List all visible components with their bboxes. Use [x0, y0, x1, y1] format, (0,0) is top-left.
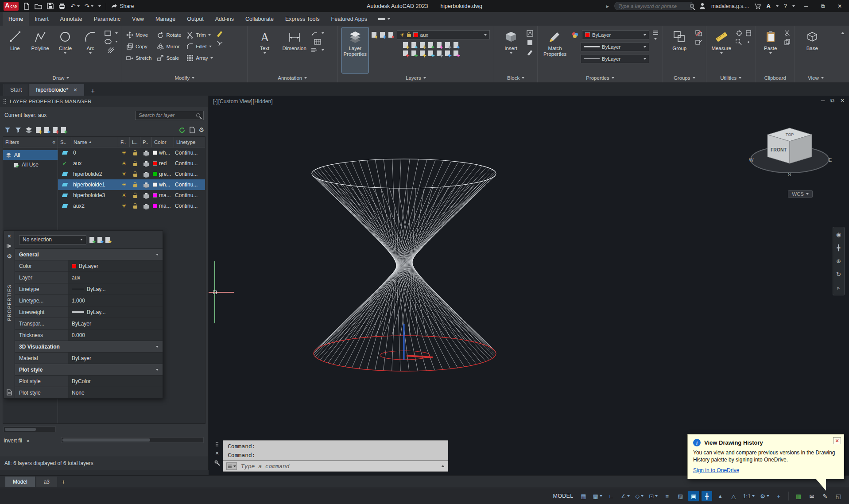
layer-linetype[interactable]: Continu...: [174, 182, 202, 188]
point-style-button[interactable]: [745, 39, 752, 45]
viewport-minimize-icon[interactable]: ─: [821, 97, 825, 104]
layer-properties-button[interactable]: Layer Properties: [342, 27, 368, 73]
recent-commands-button[interactable]: [226, 462, 237, 470]
array-button[interactable]: Array: [186, 52, 213, 63]
layer-vp-freeze-icon[interactable]: [445, 50, 450, 56]
transparency-button[interactable]: ▨: [675, 491, 686, 501]
tab-insert[interactable]: Insert: [29, 12, 54, 26]
viewport-close-icon[interactable]: ✕: [840, 97, 845, 104]
panel-label-clipboard[interactable]: Clipboard: [756, 73, 795, 82]
property-row[interactable]: Layeraux: [15, 271, 163, 283]
tab-view[interactable]: View: [126, 12, 150, 26]
lock-icon[interactable]: [133, 205, 137, 209]
open-button[interactable]: [35, 3, 42, 9]
color-swatch[interactable]: [153, 172, 157, 176]
column-linetype[interactable]: Linetype: [174, 137, 202, 147]
color-swatch[interactable]: [153, 182, 157, 187]
model-tab[interactable]: Model: [5, 477, 35, 487]
section-3d-visualization[interactable]: 3D Visualization: [15, 341, 163, 352]
drawing-history-button[interactable]: ✎: [820, 491, 830, 501]
annotation-scale-button[interactable]: 1:1: [741, 491, 756, 501]
user-name[interactable]: madalena.g.s....: [711, 3, 749, 9]
set-current-layer-button[interactable]: [61, 127, 66, 133]
notification-close-button[interactable]: ✕: [833, 437, 841, 444]
fillet-button[interactable]: Fillet: [186, 41, 213, 52]
scale-button[interactable]: Scale: [157, 52, 181, 63]
array-dropdown-icon[interactable]: [210, 57, 213, 59]
viewport-visual-style-control[interactable]: [Hidden]: [253, 98, 273, 105]
insert-button[interactable]: Insert: [498, 27, 523, 73]
color-swatch[interactable]: [153, 151, 157, 155]
selection-highlight-button[interactable]: ╋: [702, 491, 712, 501]
layer-select-combo[interactable]: ☀ aux: [397, 30, 490, 39]
ribbon-collapse-button[interactable]: [837, 26, 849, 39]
grid-display-button[interactable]: ▦: [578, 491, 589, 501]
dimension-button[interactable]: Dimension: [281, 27, 308, 73]
command-history[interactable]: Command: Command:: [223, 440, 448, 461]
quick-select-icon[interactable]: [105, 237, 110, 243]
hatch-tool-button[interactable]: [108, 47, 115, 53]
circle-dropdown-icon[interactable]: [64, 52, 66, 54]
match-properties-button[interactable]: Match Properties: [542, 27, 568, 73]
freeze-icon[interactable]: ☀: [122, 150, 127, 155]
layer-linetype[interactable]: Continu...: [174, 192, 202, 198]
layer-current-icon[interactable]: [437, 42, 442, 48]
polyline-button[interactable]: Polyline: [29, 27, 51, 73]
measure-dropdown-icon[interactable]: [720, 52, 723, 54]
new-property-filter-button[interactable]: [4, 127, 11, 133]
layer-thaw-icon[interactable]: [420, 50, 425, 56]
redo-dropdown-icon[interactable]: [91, 5, 93, 7]
invert-collapse-icon[interactable]: «: [27, 438, 30, 444]
create-block-button[interactable]: [527, 39, 533, 46]
tab-featured-apps[interactable]: Featured Apps: [326, 12, 373, 26]
property-row[interactable]: LineweightByLay...: [15, 306, 163, 318]
block-editor-button[interactable]: [527, 49, 533, 55]
layout-tab-a3[interactable]: a3: [36, 477, 57, 487]
stretch-button[interactable]: Stretch: [126, 52, 151, 63]
customization-button[interactable]: +: [773, 491, 784, 501]
ungroup-button[interactable]: [695, 30, 702, 36]
plot-icon[interactable]: [143, 205, 149, 209]
copy-button[interactable]: Copy: [126, 41, 151, 52]
freeze-icon[interactable]: ☀: [122, 203, 127, 209]
layer-merge-icon[interactable]: [411, 50, 416, 56]
layer-row[interactable]: 0 ☀ wh... Continu...: [58, 147, 205, 158]
color-swatch[interactable]: [153, 161, 157, 166]
close-button[interactable]: ✕: [834, 3, 845, 9]
file-tab-close-icon[interactable]: ✕: [73, 87, 77, 93]
viewport-view-control[interactable]: [Custom View]: [218, 98, 252, 105]
file-tab-document[interactable]: hiperboloide*✕: [29, 84, 84, 96]
properties-doc-icon[interactable]: [7, 389, 12, 395]
explode-button[interactable]: [216, 40, 223, 47]
group-edit-button[interactable]: [695, 39, 702, 45]
arc-dropdown-icon[interactable]: [89, 52, 92, 54]
layer-linetype[interactable]: Continu...: [174, 203, 202, 209]
erase-button[interactable]: [216, 30, 223, 37]
id-point-button[interactable]: [736, 30, 742, 36]
copy-clip-button[interactable]: [784, 39, 791, 45]
color-swatch[interactable]: [153, 204, 157, 208]
quick-select-button[interactable]: [736, 39, 742, 45]
new-layout-button[interactable]: +: [58, 477, 68, 487]
panel-label-layers[interactable]: Layers: [338, 73, 494, 82]
annotation-extra-button[interactable]: [311, 47, 324, 53]
viewport-restore-icon[interactable]: ⧉: [830, 97, 834, 104]
new-file-button[interactable]: [23, 3, 30, 10]
lineweight-combo[interactable]: ByLayer: [581, 42, 649, 51]
panel-label-properties[interactable]: Properties: [538, 73, 663, 82]
layer-states-manager-button[interactable]: [25, 127, 32, 133]
annotation-extra-dropdown-icon[interactable]: [322, 49, 324, 51]
tab-annotate[interactable]: Annotate: [54, 12, 88, 26]
select-objects-icon[interactable]: [97, 237, 102, 243]
property-row[interactable]: Plot styleNone: [15, 387, 163, 398]
qat-customize-icon[interactable]: [98, 5, 101, 7]
notifications-button[interactable]: ✉: [806, 491, 817, 501]
command-customize-icon[interactable]: [214, 460, 220, 466]
new-layer-button[interactable]: [36, 127, 41, 133]
compass-west[interactable]: W: [749, 157, 754, 163]
text-button[interactable]: AText: [252, 27, 278, 73]
group-button[interactable]: Group: [667, 27, 692, 73]
autodesk-menu-icon[interactable]: [776, 5, 779, 7]
tab-addins[interactable]: Add-ins: [209, 12, 240, 26]
column-color[interactable]: Color: [152, 137, 174, 147]
